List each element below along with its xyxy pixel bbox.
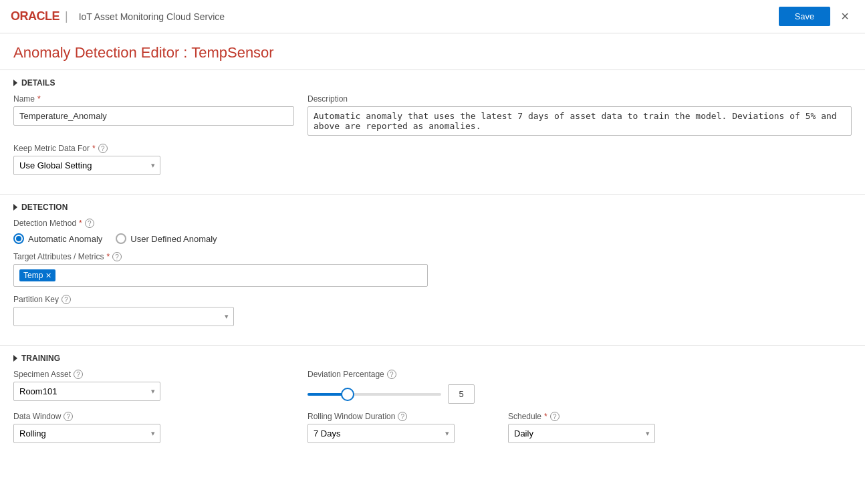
rolling-window-help-icon: ?: [398, 412, 407, 421]
keep-metric-required: *: [92, 144, 96, 153]
partition-key-select[interactable]: AssetId Location: [13, 307, 234, 326]
app-title: IoT Asset Monitoring Cloud Service: [79, 11, 225, 22]
schedule-group: Schedule * ? Daily Weekly Monthly ▾: [508, 412, 655, 443]
data-window-select[interactable]: Rolling Fixed: [13, 424, 160, 443]
deviation-percentage-help-icon: ?: [387, 370, 396, 379]
deviation-percentage-group: Deviation Percentage ?: [307, 370, 475, 404]
target-attrs-label: Target Attributes / Metrics * ?: [13, 252, 428, 261]
deviation-value-input[interactable]: [448, 384, 475, 404]
deviation-percentage-label: Deviation Percentage ?: [307, 370, 475, 379]
radio-automatic-dot: [13, 233, 24, 244]
tag-temp: Temp ✕: [19, 269, 55, 281]
training-row1: Specimen Asset ? Room101 Room102 Room103…: [13, 370, 852, 404]
schedule-required: *: [544, 412, 547, 421]
radio-automatic-label: Automatic Anomaly: [28, 234, 102, 244]
schedule-select-wrapper[interactable]: Daily Weekly Monthly ▾: [508, 424, 655, 443]
name-label: Name *: [13, 94, 294, 104]
name-field-group: Name *: [13, 94, 294, 136]
keep-metric-row: Keep Metric Data For * ? Use Global Sett…: [13, 144, 852, 175]
partition-key-label: Partition Key ?: [13, 295, 234, 304]
target-attrs-row: Target Attributes / Metrics * ? Temp ✕: [13, 252, 852, 287]
specimen-asset-select[interactable]: Room101 Room102 Room103: [13, 382, 160, 401]
training-section-header: TRAINING: [13, 346, 852, 370]
rolling-window-select[interactable]: 7 Days 14 Days 30 Days: [307, 424, 455, 443]
name-input[interactable]: [13, 106, 294, 126]
keep-metric-select[interactable]: Use Global Setting 7 Days 30 Days 90 Day…: [13, 156, 160, 175]
name-required: *: [37, 94, 41, 104]
details-triangle-icon: [13, 80, 17, 86]
radio-user-defined-label: User Defined Anomaly: [130, 234, 217, 244]
data-window-help-icon: ?: [64, 412, 73, 421]
detection-triangle-icon: [13, 204, 17, 211]
detection-section-header: DETECTION: [13, 195, 852, 219]
detection-method-required: *: [79, 219, 82, 228]
radio-user-defined-anomaly[interactable]: User Defined Anomaly: [116, 233, 217, 244]
description-field-group: Description Automatic anomaly that uses …: [307, 94, 852, 136]
data-window-label: Data Window ?: [13, 412, 160, 421]
deviation-slider-track[interactable]: [307, 393, 441, 396]
detection-section: DETECTION Detection Method * ? Automatic…: [0, 195, 865, 345]
description-textarea[interactable]: Automatic anomaly that uses the latest 7…: [307, 106, 852, 136]
data-window-group: Data Window ? Rolling Fixed ▾: [13, 412, 160, 443]
schedule-help-icon: ?: [550, 412, 560, 421]
training-row2: Data Window ? Rolling Fixed ▾ Rolling Wi…: [13, 412, 852, 443]
rolling-window-group: Rolling Window Duration ? 7 Days 14 Days…: [307, 412, 455, 443]
detection-method-help-icon: ?: [85, 219, 94, 228]
keep-metric-label: Keep Metric Data For * ?: [13, 144, 160, 153]
partition-key-group: Partition Key ? AssetId Location ▾: [13, 295, 234, 326]
details-section: DETAILS Name * Description Automatic ano…: [0, 70, 865, 194]
deviation-slider-row: [307, 384, 475, 404]
details-section-label: DETAILS: [21, 78, 55, 88]
target-attrs-input[interactable]: Temp ✕: [13, 264, 428, 287]
header-actions: Save ×: [779, 6, 854, 27]
specimen-asset-label: Specimen Asset ?: [13, 370, 160, 379]
target-attrs-help-icon: ?: [112, 252, 122, 261]
schedule-label: Schedule * ?: [508, 412, 655, 421]
training-section-label: TRAINING: [21, 354, 60, 363]
training-section: TRAINING Specimen Asset ? Room101 Room10…: [0, 346, 865, 462]
description-label: Description: [307, 94, 852, 104]
tag-temp-remove[interactable]: ✕: [45, 271, 51, 280]
close-button[interactable]: ×: [836, 6, 854, 27]
schedule-select[interactable]: Daily Weekly Monthly: [508, 424, 655, 443]
specimen-asset-group: Specimen Asset ? Room101 Room102 Room103…: [13, 370, 160, 404]
detection-section-label: DETECTION: [21, 203, 68, 212]
details-name-desc-row: Name * Description Automatic anomaly tha…: [13, 94, 852, 136]
header-logo-area: ORACLE | IoT Asset Monitoring Cloud Serv…: [11, 9, 779, 23]
target-attrs-group: Target Attributes / Metrics * ? Temp ✕: [13, 252, 428, 287]
training-triangle-icon: [13, 355, 17, 362]
deviation-slider-thumb[interactable]: [341, 388, 354, 401]
tag-temp-label: Temp: [23, 271, 43, 280]
oracle-logo: ORACLE: [11, 9, 59, 23]
page-title: Anomaly Detection Editor : TempSensor: [0, 33, 865, 70]
radio-automatic-anomaly[interactable]: Automatic Anomaly: [13, 233, 102, 244]
target-attrs-required: *: [106, 252, 110, 261]
radio-user-defined-dot: [116, 233, 126, 244]
specimen-asset-help-icon: ?: [74, 370, 83, 379]
specimen-asset-select-wrapper[interactable]: Room101 Room102 Room103 ▾: [13, 382, 160, 401]
detection-method-row: Detection Method * ? Automatic Anomaly U…: [13, 219, 852, 244]
rolling-window-label: Rolling Window Duration ?: [307, 412, 455, 421]
partition-key-help-icon: ?: [61, 295, 71, 304]
app-header: ORACLE | IoT Asset Monitoring Cloud Serv…: [0, 0, 865, 33]
data-window-select-wrapper[interactable]: Rolling Fixed ▾: [13, 424, 160, 443]
detection-method-radio-group: Automatic Anomaly User Defined Anomaly: [13, 233, 217, 244]
keep-metric-help-icon: ?: [98, 144, 108, 153]
partition-key-select-wrapper[interactable]: AssetId Location ▾: [13, 307, 234, 326]
details-section-header: DETAILS: [13, 70, 852, 94]
partition-key-row: Partition Key ? AssetId Location ▾: [13, 295, 852, 326]
save-button[interactable]: Save: [779, 7, 831, 26]
detection-method-group: Detection Method * ? Automatic Anomaly U…: [13, 219, 217, 244]
detection-method-label: Detection Method * ?: [13, 219, 217, 228]
keep-metric-group: Keep Metric Data For * ? Use Global Sett…: [13, 144, 160, 175]
keep-metric-select-wrapper[interactable]: Use Global Setting 7 Days 30 Days 90 Day…: [13, 156, 160, 175]
rolling-window-select-wrapper[interactable]: 7 Days 14 Days 30 Days ▾: [307, 424, 455, 443]
